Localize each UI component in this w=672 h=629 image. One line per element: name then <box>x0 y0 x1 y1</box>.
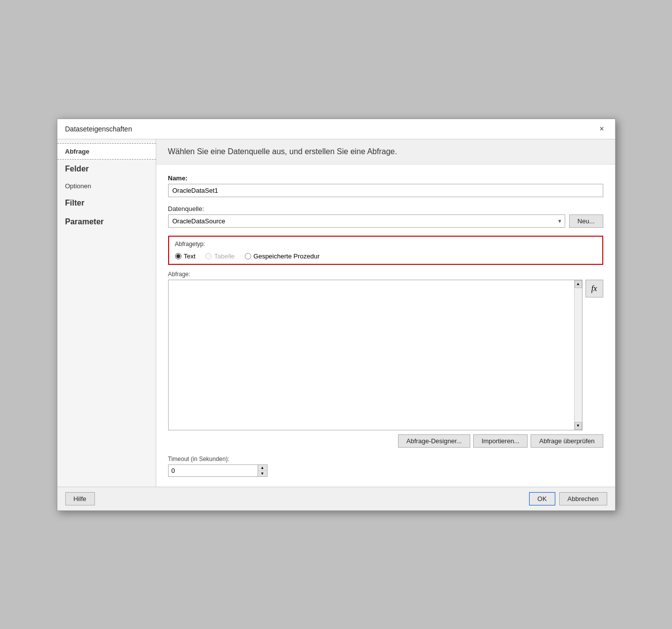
sidebar-item-optionen[interactable]: Optionen <box>57 178 156 194</box>
name-group: Name: <box>168 174 603 197</box>
radio-tabelle-input <box>205 253 212 259</box>
abfrage-label: Abfrage: <box>168 271 603 278</box>
sidebar-item-felder[interactable]: Felder <box>57 160 156 178</box>
ok-button[interactable]: OK <box>529 492 555 505</box>
dialog-body: Abfrage Felder Optionen Filter Parameter… <box>57 139 615 487</box>
radio-text-option[interactable]: Text <box>175 252 196 260</box>
datasource-row: OracleDataSource ▼ Neu... <box>168 214 603 228</box>
importieren-button[interactable]: Importieren... <box>473 434 528 448</box>
sidebar-item-parameter[interactable]: Parameter <box>57 212 156 231</box>
query-area-row: ▲ ▼ fx <box>168 280 603 430</box>
abfragetyp-box: Abfragetyp: Text Tabelle Gespeicherte <box>168 236 603 265</box>
spinner-up-btn[interactable]: ▲ <box>258 465 267 471</box>
scrollbar[interactable]: ▲ ▼ <box>574 280 582 430</box>
query-buttons-row: Abfrage-Designer... Importieren... Abfra… <box>168 434 603 448</box>
description-text: Wählen Sie eine Datenquelle aus, und ers… <box>168 147 397 156</box>
scroll-up-btn[interactable]: ▲ <box>575 280 582 288</box>
timeout-section: Timeout (in Sekunden): ▲ ▼ <box>168 456 603 477</box>
spinner-down-btn[interactable]: ▼ <box>258 471 267 476</box>
name-label: Name: <box>168 174 603 182</box>
sidebar-item-abfrage[interactable]: Abfrage <box>57 143 156 160</box>
main-content: Wählen Sie eine Datenquelle aus, und ers… <box>156 139 615 487</box>
dialog-dataseteigenschaften: Dataseteigenschaften × Abfrage Felder Op… <box>57 119 616 511</box>
fx-button[interactable]: fx <box>585 280 603 297</box>
timeout-input[interactable] <box>168 464 258 477</box>
query-textarea-wrapper: ▲ ▼ <box>168 280 582 430</box>
radio-gespeicherte-option[interactable]: Gespeicherte Prozedur <box>245 252 320 260</box>
spinner-buttons: ▲ ▼ <box>258 464 268 477</box>
dialog-footer: Hilfe OK Abbrechen <box>57 487 615 510</box>
abfragetyp-label: Abfragetyp: <box>175 241 596 248</box>
title-bar: Dataseteigenschaften × <box>57 119 615 139</box>
query-textarea[interactable] <box>169 280 582 428</box>
radio-tabelle-label: Tabelle <box>214 252 234 260</box>
neu-button[interactable]: Neu... <box>569 214 603 228</box>
footer-left: Hilfe <box>65 492 95 505</box>
footer-right: OK Abbrechen <box>529 492 607 505</box>
abbrechen-button[interactable]: Abbrechen <box>559 492 607 505</box>
datasource-group: Datenquelle: OracleDataSource ▼ Neu... <box>168 205 603 228</box>
timeout-spinner: ▲ ▼ <box>168 464 208 477</box>
hilfe-button[interactable]: Hilfe <box>65 492 95 505</box>
radio-row: Text Tabelle Gespeicherte Prozedur <box>175 252 596 260</box>
timeout-label: Timeout (in Sekunden): <box>168 456 603 462</box>
radio-gespeicherte-label: Gespeicherte Prozedur <box>254 252 320 260</box>
close-button[interactable]: × <box>596 124 607 134</box>
radio-gespeicherte-input[interactable] <box>245 253 251 259</box>
radio-text-input[interactable] <box>175 253 181 259</box>
dialog-title: Dataseteigenschaften <box>65 125 132 133</box>
scroll-down-btn[interactable]: ▼ <box>575 422 582 430</box>
radio-text-label: Text <box>184 252 196 260</box>
sidebar-item-filter[interactable]: Filter <box>57 194 156 212</box>
name-input[interactable] <box>168 184 603 197</box>
query-section: Abfrage: ▲ ▼ fx Abfrage-Desi <box>168 271 603 448</box>
radio-tabelle-option[interactable]: Tabelle <box>205 252 234 260</box>
description-bar: Wählen Sie eine Datenquelle aus, und ers… <box>156 139 615 165</box>
datasource-select-wrapper: OracleDataSource ▼ <box>168 214 565 228</box>
datasource-label: Datenquelle: <box>168 205 603 212</box>
sidebar: Abfrage Felder Optionen Filter Parameter <box>57 139 156 487</box>
datasource-select[interactable]: OracleDataSource <box>168 214 565 228</box>
form-area: Name: Datenquelle: OracleDataSource ▼ Ne… <box>156 165 615 487</box>
abfrage-pruefen-button[interactable]: Abfrage überprüfen <box>531 434 603 448</box>
abfrage-designer-button[interactable]: Abfrage-Designer... <box>398 434 470 448</box>
